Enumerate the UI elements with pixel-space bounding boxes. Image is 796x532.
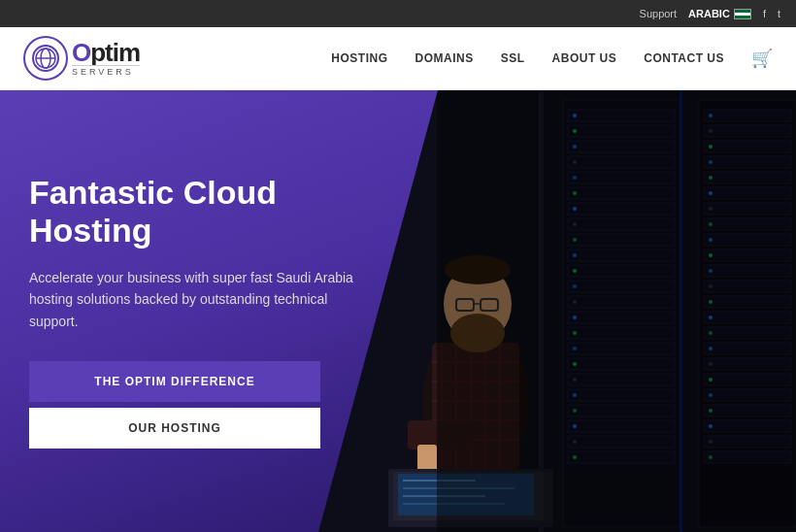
arabic-link[interactable]: ARABIC <box>688 8 751 19</box>
svg-rect-128 <box>437 90 796 532</box>
top-bar: Support ARABIC f t <box>0 0 796 27</box>
arabic-label: ARABIC <box>688 8 730 19</box>
logo-servers: SERVERS <box>72 65 140 77</box>
logo-name: Optim <box>72 40 140 65</box>
cart-icon[interactable]: 🛒 <box>751 48 773 69</box>
logo-circle <box>23 36 68 81</box>
twitter-icon[interactable]: t <box>778 8 780 19</box>
nav: HOSTING DOMAINS SSL ABOUT US CONTACT US … <box>331 48 773 69</box>
logo[interactable]: Optim SERVERS <box>23 36 140 81</box>
hero-buttons: THE OPTIM DIFFERENCE OUR HOSTING <box>29 361 320 449</box>
nav-domains[interactable]: DOMAINS <box>415 51 474 65</box>
hero-content: Fantastic Cloud Hosting Accelerate your … <box>0 90 408 532</box>
nav-ssl[interactable]: SSL <box>501 51 525 65</box>
our-hosting-button[interactable]: OUR HOSTING <box>29 408 320 449</box>
logo-circle-inner <box>32 45 59 72</box>
hero-section: Fantastic Cloud Hosting Accelerate your … <box>0 90 796 532</box>
hero-subtitle: Accelerate your business with super fast… <box>29 267 359 332</box>
logo-o: O <box>72 38 90 67</box>
optim-difference-button[interactable]: THE OPTIM DIFFERENCE <box>29 361 320 402</box>
logo-text: Optim SERVERS <box>72 40 140 77</box>
hero-title: Fantastic Cloud Hosting <box>29 174 379 249</box>
facebook-icon[interactable]: f <box>763 8 766 19</box>
nav-contact[interactable]: CONTACT US <box>644 51 724 65</box>
header: Optim SERVERS HOSTING DOMAINS SSL ABOUT … <box>0 27 796 90</box>
flag-icon <box>734 9 751 19</box>
support-link[interactable]: Support <box>640 8 678 19</box>
nav-about[interactable]: ABOUT US <box>552 51 617 65</box>
nav-hosting[interactable]: HOSTING <box>331 51 387 65</box>
logo-globe-icon <box>34 47 57 70</box>
